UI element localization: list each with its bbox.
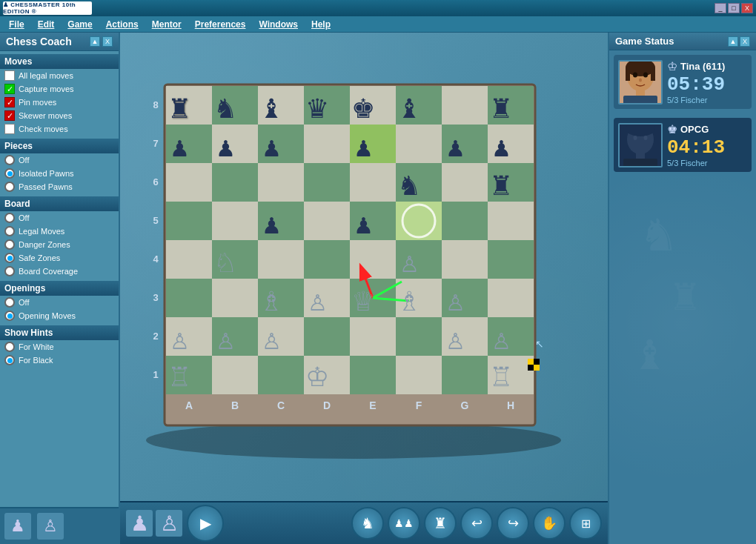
minimize-button[interactable]: _ (714, 3, 726, 13)
checkbox-capture-moves[interactable]: ✓ (4, 84, 15, 94)
player1-rating: 5/3 Fischer (667, 96, 747, 105)
chess-coach-header: Chess Coach ▲ X (0, 33, 119, 51)
close-button[interactable]: X (741, 3, 753, 13)
player2-rating: 5/3 Fischer (667, 159, 747, 167)
player2-avatar (618, 123, 663, 167)
toolbar-right-buttons: ♞ ♟♟ ♜ ↩ ↪ ✋ ⊞ (350, 507, 602, 540)
option-pin-moves[interactable]: ✓ Pin moves (0, 96, 119, 109)
toolbar-redo-button[interactable]: ↪ (497, 507, 529, 540)
pattern-svg: ♞ ♜ ♝ (624, 191, 743, 414)
svg-text:C: C (277, 399, 285, 411)
status-close-button[interactable]: X (740, 36, 750, 47)
option-openings-off[interactable]: Off (0, 296, 119, 309)
svg-rect-21 (304, 163, 350, 202)
svg-point-128 (643, 72, 648, 77)
chess-board-perspective: A B C D E F G H 8 7 6 5 4 3 2 1 (142, 47, 557, 455)
menu-file[interactable]: File (3, 18, 30, 31)
radio-board-off[interactable] (4, 213, 15, 223)
option-skewer-moves[interactable]: ✓ Skewer moves (0, 109, 119, 122)
play-button[interactable]: ▶ (187, 505, 224, 542)
radio-danger-zones[interactable] (4, 239, 15, 250)
option-pieces-off[interactable]: Off (0, 153, 119, 167)
status-collapse-button[interactable]: ▲ (728, 36, 738, 47)
svg-text:♙: ♙ (170, 329, 190, 354)
radio-pieces-off[interactable] (4, 155, 15, 165)
titlebar-controls[interactable]: _ □ X (714, 3, 753, 13)
option-capture-moves[interactable]: ✓ Capture moves (0, 82, 119, 96)
option-board-off[interactable]: Off (0, 211, 119, 225)
option-legal-moves[interactable]: Legal Moves (0, 225, 119, 238)
coach-collapse-button[interactable]: ▲ (90, 36, 100, 47)
svg-rect-49 (488, 279, 534, 317)
svg-text:G: G (461, 399, 469, 411)
svg-rect-33 (488, 202, 534, 240)
toolbar-undo-button[interactable]: ↩ (460, 507, 493, 540)
svg-rect-122 (534, 365, 540, 371)
option-passed-pawns[interactable]: Passed Pawns (0, 180, 119, 193)
left-panel-scroll[interactable]: Moves All legal moves ✓ Capture moves ✓ … (0, 51, 119, 507)
svg-text:♝: ♝ (631, 332, 668, 378)
label-all-legal-moves: All legal moves (19, 71, 73, 80)
player1-king-icon: ♔ (667, 59, 677, 73)
svg-text:♟: ♟ (170, 136, 190, 161)
bottom-toolbar: ♟ ♙ ▶ ♞ ♟♟ ♜ ↩ ↪ ✋ ⊞ (120, 501, 608, 544)
svg-rect-29 (304, 202, 350, 240)
radio-legal-moves[interactable] (4, 226, 15, 236)
option-safe-zones[interactable]: Safe Zones (0, 251, 119, 265)
option-board-coverage[interactable]: Board Coverage (0, 265, 119, 278)
checkbox-skewer-moves[interactable]: ✓ (4, 110, 15, 121)
radio-openings-off[interactable] (4, 297, 15, 308)
svg-text:♔: ♔ (305, 362, 329, 392)
chess-board-svg: A B C D E F G H 8 7 6 5 4 3 2 1 (142, 47, 565, 462)
left-bottom-pieces: ♟ ♙ (0, 507, 119, 544)
option-for-white[interactable]: For White (0, 340, 119, 354)
radio-for-black[interactable] (4, 355, 15, 365)
piece-icon-light-pawn: ♙ (37, 513, 64, 540)
svg-text:♟: ♟ (216, 136, 236, 161)
menu-preferences[interactable]: Preferences (189, 18, 252, 31)
radio-safe-zones[interactable] (4, 253, 15, 263)
game-status-title: Game Status (615, 36, 674, 47)
chess-coach-title: Chess Coach (6, 36, 72, 47)
show-hints-section-header: Show Hints (0, 325, 119, 340)
menu-actions[interactable]: Actions (100, 18, 145, 31)
menu-windows[interactable]: Windows (253, 18, 304, 31)
openings-section-header: Openings (0, 281, 119, 296)
menu-edit[interactable]: Edit (32, 18, 61, 31)
option-for-black[interactable]: For Black (0, 354, 119, 367)
maximize-button[interactable]: □ (728, 3, 740, 13)
toolbar-rook-button[interactable]: ♜ (424, 507, 457, 540)
svg-rect-20 (258, 163, 304, 202)
checkbox-all-legal-moves[interactable] (4, 70, 15, 81)
svg-text:♙: ♙ (491, 329, 511, 354)
toolbar-knight-button[interactable]: ♞ (351, 507, 384, 540)
svg-point-136 (634, 136, 637, 140)
svg-point-0 (146, 422, 561, 459)
radio-passed-pawns[interactable] (4, 182, 15, 192)
svg-text:♛: ♛ (305, 93, 329, 124)
toolbar-pawns-button[interactable]: ♟♟ (388, 507, 420, 540)
option-isolated-pawns[interactable]: Isolated Pawns (0, 167, 119, 180)
option-danger-zones[interactable]: Danger Zones (0, 238, 119, 251)
menu-mentor[interactable]: Mentor (146, 18, 188, 31)
option-opening-moves[interactable]: Opening Moves (0, 309, 119, 322)
checkbox-check-moves[interactable] (4, 124, 15, 134)
coach-close-button[interactable]: X (102, 36, 113, 47)
toolbar-grid-button[interactable]: ⊞ (569, 507, 602, 540)
radio-isolated-pawns[interactable] (4, 168, 15, 179)
svg-rect-54 (350, 317, 396, 356)
radio-board-coverage[interactable] (4, 266, 15, 276)
option-check-moves[interactable]: Check moves (0, 122, 119, 136)
svg-text:1: 1 (153, 369, 158, 380)
radio-for-white[interactable] (4, 342, 15, 352)
option-all-legal-moves[interactable]: All legal moves (0, 69, 119, 82)
checkbox-pin-moves[interactable]: ✓ (4, 97, 15, 107)
radio-opening-moves[interactable] (4, 311, 15, 321)
toolbar-hand-button[interactable]: ✋ (533, 507, 566, 540)
titlebar-left: ♟ CHESSMASTER 10th EDITION ® (3, 1, 92, 15)
toolbar-dark-pawn: ♟ (126, 510, 153, 537)
menu-game[interactable]: Game (62, 18, 98, 31)
svg-text:D: D (323, 399, 331, 411)
label-board-coverage: Board Coverage (19, 267, 78, 276)
menu-help[interactable]: Help (305, 18, 336, 31)
